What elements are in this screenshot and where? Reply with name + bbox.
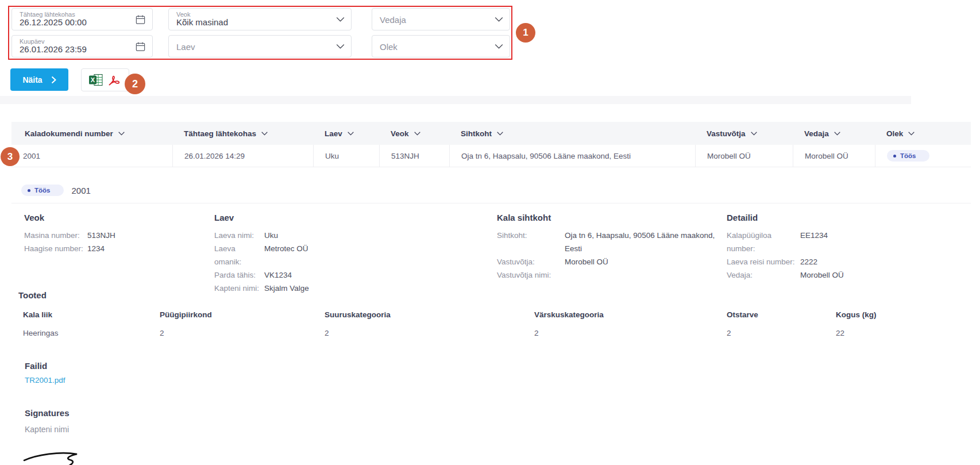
product-cell-otstarve: 2 bbox=[727, 329, 836, 337]
field-placeholder: Vedaja bbox=[380, 14, 406, 24]
detail-label: Haagise number: bbox=[24, 242, 87, 255]
status-label: Töös bbox=[34, 187, 50, 194]
detail-label: Laeva reisi number: bbox=[727, 255, 800, 268]
column-header-vastuvotja[interactable]: Vastuvõtja bbox=[695, 129, 793, 138]
signatures-title: Signatures bbox=[25, 408, 70, 418]
field-placeholder: Olek bbox=[380, 41, 398, 51]
field-value: 26.01.2026 23:59 bbox=[20, 44, 87, 54]
signature-image bbox=[21, 448, 104, 465]
column-label: Olek bbox=[886, 129, 903, 138]
column-header-sihtkoht[interactable]: Sihtkoht bbox=[449, 129, 695, 138]
status-dot-icon bbox=[893, 155, 896, 157]
product-cell-suuruskategooria: 2 bbox=[325, 329, 534, 337]
detail-value: EE1234 bbox=[800, 229, 828, 255]
detail-label: Masina number: bbox=[24, 229, 87, 242]
filter-laev-select[interactable]: Laev bbox=[168, 35, 352, 57]
cell-vedaja: Morobell OÜ bbox=[793, 145, 875, 167]
detail-value: Metrotec OÜ bbox=[264, 242, 308, 268]
field-value: 26.12.2025 00:00 bbox=[20, 17, 87, 27]
field-value: Kõik masinad bbox=[176, 17, 228, 27]
section-title: Detailid bbox=[727, 213, 960, 222]
detail-label: Sihtkoht: bbox=[497, 229, 565, 255]
section-kala-sihtkoht: Kala sihtkoht Sihtkoht:Oja tn 6, Haapsal… bbox=[497, 213, 727, 295]
annotation-badge-2: 2 bbox=[125, 74, 145, 94]
detail-sections: Veok Masina number:513NJH Haagise number… bbox=[24, 213, 960, 295]
product-column-header: Kala liik bbox=[23, 310, 160, 319]
detail-value: Morobell OÜ bbox=[800, 268, 844, 282]
annotation-badge-3: 3 bbox=[1, 147, 20, 166]
product-cell-kogus: 22 bbox=[836, 329, 919, 337]
naita-button[interactable]: Näita bbox=[10, 68, 68, 91]
section-title: Kala sihtkoht bbox=[497, 213, 727, 222]
products-table: Kala liik Püügipiirkond Suuruskategooria… bbox=[23, 310, 954, 337]
detail-label: Parda tähis: bbox=[214, 268, 264, 282]
detail-value: 2222 bbox=[800, 255, 817, 268]
cell-olek: Töös bbox=[875, 145, 971, 167]
products-title: Tooted bbox=[18, 290, 47, 300]
chevron-down-icon[interactable] bbox=[495, 17, 503, 22]
annotation-badge-1: 1 bbox=[516, 23, 535, 43]
calendar-icon[interactable] bbox=[135, 41, 146, 52]
detail-label: Laeva omanik: bbox=[214, 242, 264, 268]
chevron-right-icon bbox=[51, 76, 56, 84]
signature-captain-label: Kapteni nimi bbox=[25, 425, 69, 434]
pdf-icon[interactable] bbox=[107, 74, 122, 87]
filter-olek-select[interactable]: Olek bbox=[372, 35, 510, 57]
detail-label: Vedaja: bbox=[727, 268, 800, 282]
product-column-header: Värskuskategooria bbox=[534, 310, 727, 319]
naita-button-label: Näita bbox=[22, 75, 42, 84]
column-label: Sihtkoht bbox=[461, 129, 492, 138]
column-label: Tähtaeg lähtekohas bbox=[184, 129, 256, 138]
table-row[interactable]: 2001 26.01.2026 14:29 Uku 513NJH Oja tn … bbox=[11, 145, 971, 167]
chevron-down-icon[interactable] bbox=[336, 17, 345, 22]
product-cell-puugipiirkond: 2 bbox=[160, 329, 325, 337]
section-laev: Laev Laeva nimi:Uku Laeva omanik:Metrote… bbox=[214, 213, 497, 295]
section-veok: Veok Masina number:513NJH Haagise number… bbox=[24, 213, 214, 295]
chevron-down-icon[interactable] bbox=[495, 44, 503, 49]
chevron-down-icon[interactable] bbox=[336, 44, 345, 49]
cell-vastuvotja: Morobell OÜ bbox=[695, 145, 793, 167]
cell-sihtkoht: Oja tn 6, Haapsalu, 90506 Lääne maakond,… bbox=[449, 145, 695, 167]
detail-status-line: Töös 2001 bbox=[21, 185, 91, 196]
sort-chevron-icon bbox=[834, 132, 840, 136]
product-cell-kala-liik: Heeringas bbox=[23, 329, 160, 337]
section-title: Laev bbox=[214, 213, 497, 222]
filter-veok-select[interactable]: Veok Kõik masinad bbox=[168, 8, 352, 30]
cell-veok: 513NJH bbox=[379, 145, 449, 167]
calendar-icon[interactable] bbox=[135, 14, 146, 25]
filter-vedaja-select[interactable]: Vedaja bbox=[372, 8, 510, 30]
column-header-laev[interactable]: Laev bbox=[313, 129, 379, 138]
filter-kuupaev-field[interactable]: Kuupäev 26.01.2026 23:59 bbox=[11, 35, 153, 57]
column-header-veok[interactable]: Veok bbox=[379, 129, 449, 138]
detail-divider bbox=[11, 203, 971, 203]
sort-chevron-icon bbox=[497, 132, 503, 136]
column-label: Vastuvõtja bbox=[707, 129, 746, 138]
product-column-header: Püügipiirkond bbox=[160, 310, 325, 319]
detail-value: Skjalm Valge bbox=[264, 282, 309, 295]
column-label: Vedaja bbox=[804, 129, 829, 138]
detail-label: Kapteni nimi: bbox=[214, 282, 264, 295]
fishing-document-page: Tähtaeg lähtekohas 26.12.2025 00:00 Kuup… bbox=[0, 0, 980, 465]
status-badge: Töös bbox=[21, 185, 64, 196]
section-title: Veok bbox=[24, 213, 214, 222]
column-header-vedaja[interactable]: Vedaja bbox=[793, 129, 875, 138]
sort-chevron-icon bbox=[348, 132, 354, 136]
detail-value: 513NJH bbox=[87, 229, 115, 242]
column-header-kaladokumendi-number[interactable]: Kaladokumendi number bbox=[11, 129, 172, 138]
excel-icon[interactable]: X bbox=[88, 73, 103, 87]
section-detailid: Detailid Kalapüügiloa number:EE1234 Laev… bbox=[727, 213, 960, 295]
sort-chevron-icon bbox=[261, 132, 268, 136]
status-dot-icon bbox=[28, 189, 30, 192]
detail-label: Kalapüügiloa number: bbox=[727, 229, 800, 255]
detail-label: Vastuvõtja nimi: bbox=[497, 268, 565, 282]
column-header-tahtaeg-lahtekohas[interactable]: Tähtaeg lähtekohas bbox=[172, 129, 313, 138]
detail-value: Uku bbox=[264, 229, 278, 242]
file-link-pdf[interactable]: TR2001.pdf bbox=[25, 376, 65, 385]
column-header-olek[interactable]: Olek bbox=[875, 129, 971, 138]
filter-tahtaeg-lahtekohas-field[interactable]: Tähtaeg lähtekohas 26.12.2025 00:00 bbox=[11, 8, 153, 30]
export-toolbar: X bbox=[81, 68, 129, 91]
detail-label: Laeva nimi: bbox=[214, 229, 264, 242]
product-column-header: Kogus (kg) bbox=[836, 310, 919, 319]
section-separator bbox=[0, 96, 911, 104]
status-label: Töös bbox=[900, 152, 916, 159]
